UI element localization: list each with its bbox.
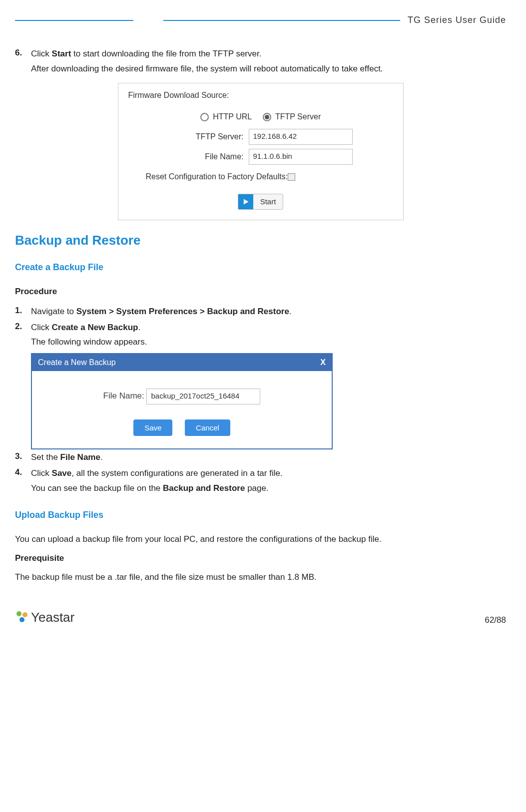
heading-procedure: Procedure — [15, 287, 506, 297]
svg-point-3 — [19, 617, 24, 622]
header-rule-left — [15, 20, 133, 21]
checkbox-reset-defaults[interactable] — [288, 173, 295, 181]
label-tftp-server: TFTP Server: — [169, 132, 249, 141]
svg-marker-0 — [243, 199, 248, 204]
panel-heading: Firmware Download Source: — [128, 91, 393, 100]
firmware-download-panel: Firmware Download Source: HTTP URL TFTP … — [118, 83, 404, 220]
label-reset-defaults: Reset Configuration to Factory Defaults: — [146, 172, 288, 181]
page-number: 62/88 — [485, 615, 506, 625]
label-file-name: File Name: — [169, 152, 249, 161]
step-number: 6. — [15, 48, 31, 78]
input-file-name[interactable]: 91.1.0.6.bin — [249, 149, 353, 165]
start-button[interactable]: Start — [238, 194, 284, 210]
radio-http-url[interactable] — [200, 113, 209, 121]
close-icon[interactable]: X — [320, 358, 326, 367]
page-header: TG Series User Guide — [15, 15, 506, 25]
create-backup-dialog: Create a New Backup X File Name: backup_… — [31, 353, 333, 449]
heading-prerequisite: Prerequisite — [15, 553, 506, 563]
svg-point-2 — [22, 612, 27, 617]
cancel-button[interactable]: Cancel — [185, 419, 230, 436]
save-button[interactable]: Save — [133, 419, 172, 436]
list-step-2: 2. Click Create a New Backup. The follow… — [15, 322, 506, 352]
radio-tftp-server[interactable] — [263, 113, 271, 121]
brand-name: Yeastar — [31, 610, 74, 625]
list-step-3: 3. Set the File Name. — [15, 451, 506, 466]
svg-point-1 — [16, 611, 21, 616]
header-rule-right — [163, 20, 400, 21]
input-backup-file-name[interactable]: backup_2017oct25_16484 — [146, 389, 260, 405]
page-footer: Yeastar 62/88 — [15, 610, 506, 625]
list-step-4: 4. Click Save, all the system configurat… — [15, 467, 506, 497]
list-step-1: 1. Navigate to System > System Preferenc… — [15, 306, 506, 321]
heading-backup-restore: Backup and Restore — [15, 233, 506, 248]
list-step-6: 6. Click Start to start downloading the … — [15, 48, 506, 78]
play-icon — [238, 194, 253, 209]
logo-icon — [15, 610, 30, 625]
upload-description: You can upload a backup file from your l… — [15, 534, 506, 544]
header-title: TG Series User Guide — [408, 15, 506, 25]
label-backup-file-name: File Name: — [103, 392, 144, 401]
prerequisite-text: The backup file must be a .tar file, and… — [15, 572, 506, 582]
heading-create-backup: Create a Backup File — [15, 262, 506, 273]
heading-upload-backup: Upload Backup Files — [15, 510, 506, 520]
dialog-titlebar: Create a New Backup X — [32, 354, 332, 371]
brand-logo: Yeastar — [15, 610, 74, 625]
input-tftp-server[interactable]: 192.168.6.42 — [249, 129, 353, 145]
